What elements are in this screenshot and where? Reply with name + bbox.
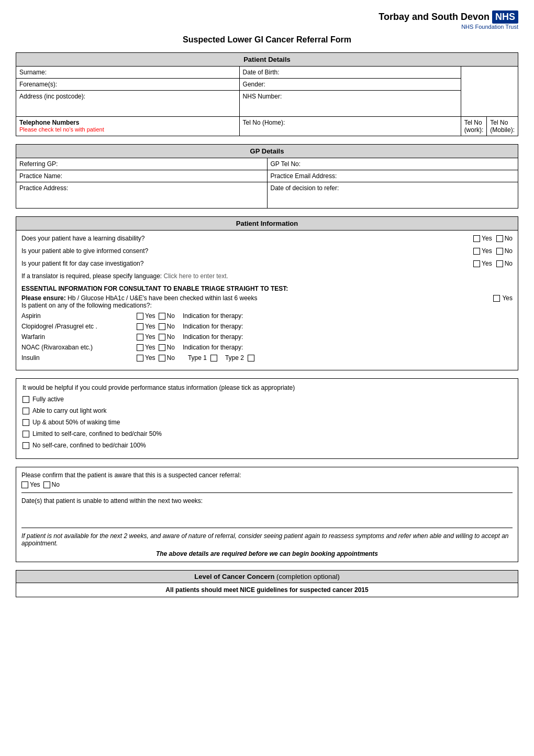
telephone-numbers-label: Telephone Numbers <box>19 119 236 126</box>
consent-yes[interactable]: Yes <box>473 247 492 255</box>
noac-yes[interactable]: Yes <box>137 344 155 351</box>
fully-active-checkbox[interactable] <box>23 396 29 403</box>
noac-indication: Indication for therapy: <box>183 344 243 351</box>
practice-address-label: Practice Address: <box>16 182 268 209</box>
aspirin-no[interactable]: No <box>159 312 175 320</box>
noac-no[interactable]: No <box>159 344 175 351</box>
aspirin-indication: Indication for therapy: <box>183 312 243 320</box>
no-checkbox[interactable] <box>496 260 503 267</box>
learning-disability-no[interactable]: No <box>496 235 513 242</box>
light-work-label: Able to carry out light work <box>32 407 106 414</box>
up-50pct-label: Up & about 50% of waking time <box>32 419 120 426</box>
telephone-row: Telephone Numbers Please check tel no's … <box>16 117 518 136</box>
dates-unavailable-label: Date(s) that patient is unable to attend… <box>21 497 513 505</box>
performance-status-section: It would be helpful if you could provide… <box>16 378 518 459</box>
confirm-text: Please confirm that the patient is aware… <box>21 472 513 479</box>
no-checkbox[interactable] <box>496 235 503 242</box>
tel-home-cell: Tel No (Home): <box>239 117 461 136</box>
tel-work-cell: Tel No (work): <box>461 117 487 136</box>
noac-row: NOAC (Rivaroxaban etc.) Yes No Indicatio… <box>21 344 513 351</box>
clopidogrel-row: Clopidogrel /Prasugrel etc . Yes No Indi… <box>21 323 513 330</box>
limited-selfcare-item[interactable]: Limited to self-care, confined to bed/ch… <box>23 430 511 437</box>
tel-mobile-cell: Tel No (Mobile): <box>487 117 518 136</box>
aspirin-yes[interactable]: Yes <box>137 312 155 320</box>
limited-selfcare-label: Limited to self-care, confined to bed/ch… <box>32 430 162 437</box>
yes-checkbox[interactable] <box>473 260 480 267</box>
light-work-item[interactable]: Able to carry out light work <box>23 407 511 414</box>
informed-consent-question: Is your patient able to give informed co… <box>21 247 450 255</box>
up-50pct-item[interactable]: Up & about 50% of waking time <box>23 419 511 426</box>
table-row: Address (inc postcode): NHS Number: <box>16 91 518 117</box>
telephone-label-cell: Telephone Numbers Please check tel no's … <box>16 117 240 136</box>
patient-information-section: Patient Information Does your patient ha… <box>16 216 518 370</box>
practice-email-label: Practice Email Address: <box>267 170 518 182</box>
light-work-checkbox[interactable] <box>23 408 29 414</box>
gp-tel-label: GP Tel No: <box>267 158 518 170</box>
table-row: Practice Name: Practice Email Address: <box>16 170 518 182</box>
no-checkbox[interactable] <box>496 248 503 255</box>
warfarin-no[interactable]: No <box>159 333 175 341</box>
hb-yes-group[interactable]: Yes <box>493 294 513 302</box>
table-row: Referring GP: GP Tel No: <box>16 158 518 170</box>
telephone-warning: Please check tel no's with patient <box>19 126 236 133</box>
insulin-type1[interactable]: Type 1 <box>188 354 217 361</box>
forename-label: Forename(s): <box>16 79 240 91</box>
up-50pct-checkbox[interactable] <box>23 419 29 426</box>
patient-information-header: Patient Information <box>16 217 518 231</box>
daycase-yes[interactable]: Yes <box>473 260 492 267</box>
no-selfcare-label: No self-care, confined to bed/chair 100% <box>32 442 146 449</box>
translator-input-placeholder[interactable]: Click here to enter text. <box>164 272 228 280</box>
confirm-yes-no: Yes No <box>21 481 513 488</box>
hb-glucose-text: Please ensure: Hb / Glucose HbA1c / U&E'… <box>21 294 488 309</box>
practice-name-label: Practice Name: <box>16 170 268 182</box>
insulin-yes[interactable]: Yes <box>137 354 155 361</box>
table-row: Surname: Date of Birth: <box>16 67 518 79</box>
noac-label: NOAC (Rivaroxaban etc.) <box>21 344 137 351</box>
consent-no[interactable]: No <box>496 247 513 255</box>
translator-row: If a translator is required, please spec… <box>21 272 513 280</box>
translator-label: If a translator is required, please spec… <box>21 272 162 280</box>
no-selfcare-checkbox[interactable] <box>23 442 29 449</box>
nhs-badge: NHS <box>492 10 518 24</box>
gender-label: Gender: <box>239 79 461 91</box>
table-row: Practice Address: Date of decision to re… <box>16 182 518 209</box>
insulin-no[interactable]: No <box>159 354 175 361</box>
daycase-no[interactable]: No <box>496 260 513 267</box>
day-case-row: Is your patient fit for day case investi… <box>21 260 513 267</box>
bold-note: The above details are required before we… <box>21 550 513 557</box>
type2-label: Type 2 <box>225 354 244 361</box>
limited-selfcare-checkbox[interactable] <box>23 431 29 437</box>
performance-intro: It would be helpful if you could provide… <box>23 384 511 391</box>
essential-info-section: ESSENTIAL INFORMATION FOR CONSULTANT TO … <box>21 285 513 361</box>
insulin-label: Insulin <box>21 354 137 361</box>
warfarin-row: Warfarin Yes No Indication for therapy: <box>21 333 513 341</box>
warfarin-yes[interactable]: Yes <box>137 333 155 341</box>
day-case-question: Is your patient fit for day case investi… <box>21 260 450 267</box>
clopidogrel-no[interactable]: No <box>159 323 175 330</box>
clopidogrel-yes[interactable]: Yes <box>137 323 155 330</box>
yes-checkbox[interactable] <box>473 235 480 242</box>
confirm-no[interactable]: No <box>43 481 60 488</box>
learning-disability-row: Does your patient have a learning disabi… <box>21 235 513 242</box>
level-of-cancer-header: Level of Cancer Concern (completion opti… <box>16 571 518 583</box>
table-row: Forename(s): Gender: <box>16 79 518 91</box>
yes-checkbox[interactable] <box>473 248 480 255</box>
foundation-text: NHS Foundation Trust <box>379 24 518 30</box>
warfarin-label: Warfarin <box>21 333 137 341</box>
fully-active-label: Fully active <box>32 396 64 403</box>
hb-glucose-row: Please ensure: Hb / Glucose HbA1c / U&E'… <box>21 294 513 309</box>
no-selfcare-item[interactable]: No self-care, confined to bed/chair 100% <box>23 442 511 449</box>
confirm-section: Please confirm that the patient is aware… <box>16 467 518 562</box>
essential-title: ESSENTIAL INFORMATION FOR CONSULTANT TO … <box>21 285 513 292</box>
address-label: Address (inc postcode): <box>16 91 240 117</box>
page-title: Suspected Lower GI Cancer Referral Form <box>16 35 518 45</box>
learning-disability-question: Does your patient have a learning disabi… <box>21 235 450 242</box>
clopidogrel-indication: Indication for therapy: <box>183 323 243 330</box>
insulin-type2[interactable]: Type 2 <box>225 354 254 361</box>
confirm-yes[interactable]: Yes <box>21 481 40 488</box>
learning-disability-yes[interactable]: Yes <box>473 235 492 242</box>
level-of-cancer-section: Level of Cancer Concern (completion opti… <box>16 570 518 597</box>
fully-active-item[interactable]: Fully active <box>23 396 511 403</box>
dob-label: Date of Birth: <box>239 67 461 79</box>
hb-yes-checkbox[interactable] <box>493 295 500 302</box>
